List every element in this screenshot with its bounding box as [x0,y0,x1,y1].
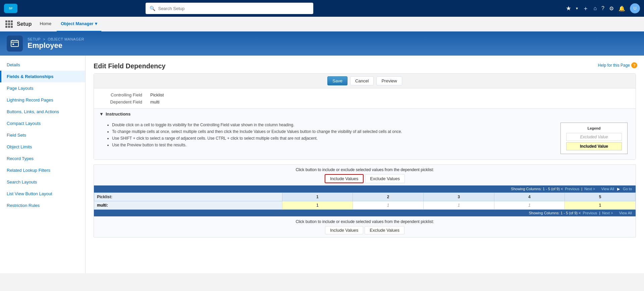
search-icon: 🔍 [150,6,155,11]
instructions-section: ▼ Instructions Double click on a cell to… [94,108,636,159]
instructions-title: Instructions [106,112,130,117]
sidebar-item-details[interactable]: Details [0,59,85,71]
instruction-item-4: Use the Preview button to test the resul… [112,143,554,147]
cell-0-3[interactable]: 1 [494,201,565,210]
instructions-list: Double click on a cell to toggle its vis… [106,123,554,154]
top-include-exclude-bar: Click button to include or exclude selec… [94,165,636,186]
nav-next-link[interactable]: Next > [584,187,595,191]
table-nav-bar-top: Showing Columns: 1 - 5 (of 9) < Previous… [94,186,636,193]
header-title: Employee [28,41,84,50]
home-icon[interactable]: ⌂ [593,5,597,11]
instructions-collapse-icon: ▼ [99,112,104,117]
nav-bottom-next-link[interactable]: Next > [602,211,613,215]
salesforce-logo: SF [4,4,17,13]
legend-included-value: Included Value [566,142,622,150]
legend-title: Legend [566,126,622,130]
search-box[interactable]: 🔍 [146,3,313,14]
nav-view-all-link[interactable]: View All [601,187,614,191]
bottom-bar-description: Click button to include or exclude selec… [94,219,636,224]
exclude-values-button-top[interactable]: Exclude Values [365,174,405,183]
sidebar-item-search-layouts[interactable]: Search Layouts [0,176,85,188]
sidebar-item-list-view-button-layout[interactable]: List View Button Layout [0,188,85,200]
bottom-include-exclude-bar: Click button to include or exclude selec… [94,216,636,237]
header-band: SETUP > OBJECT MANAGER Employee [0,31,644,56]
notification-icon[interactable]: 🔔 [619,5,625,12]
top-bar-description: Click button to include or exclude selec… [94,167,636,172]
col-header-1: 1 [282,193,353,201]
nav-bottom-view-all-link[interactable]: View All [619,211,632,215]
sidebar-item-compact-layouts[interactable]: Compact Layouts [0,118,85,129]
top-include-exclude-buttons: Include Values Exclude Values [94,174,636,183]
nav-item-home[interactable]: Home [36,17,55,31]
instruction-item-3: Use SHIFT + click to select a range of a… [112,136,554,141]
form-toolbar: Save Cancel Preview [94,74,636,88]
breadcrumb: SETUP > OBJECT MANAGER [28,37,84,41]
sidebar-item-record-types[interactable]: Record Types [0,153,85,164]
apps-grid-icon[interactable] [5,20,13,28]
breadcrumb-setup[interactable]: SETUP [28,37,41,41]
table-nav-bar-bottom: Showing Columns: 1 - 5 (of 9) < Previous… [94,210,636,216]
col-header-2: 2 [353,193,424,201]
instructions-header[interactable]: ▼ Instructions [94,109,636,119]
include-values-button-top[interactable]: Include Values [325,174,364,183]
instruction-item-2: To change multiple cells at once, select… [112,129,554,134]
sidebar-item-field-sets[interactable]: Field Sets [0,129,85,141]
instruction-item-1: Double click on a cell to toggle its vis… [112,123,554,127]
sidebar-item-fields-relationships[interactable]: Fields & Relationships [0,71,85,82]
preview-button[interactable]: Preview [376,76,402,85]
breadcrumb-object-manager[interactable]: OBJECT MANAGER [48,37,84,41]
setup-title: Setup [17,21,32,27]
help-link[interactable]: Help for this Page ? [598,62,637,68]
dependent-field-label: Dependent Field [102,99,142,104]
controlling-field-label: Controlling Field [102,92,142,97]
add-icon[interactable]: ＋ [583,4,589,12]
cell-0-4[interactable]: 1 [565,201,636,210]
dependency-table: Picklist: 1 2 3 4 5 multi: 1 1 1 1 [94,193,636,210]
search-input[interactable] [158,6,309,11]
legend-box: Legend Excluded Value Included Value [560,123,628,154]
row-label-multi: multi: [94,201,282,210]
nav-showing-text: Showing Columns: 1 - 5 (of 9) < [511,187,564,191]
col-header-3: 3 [423,193,494,201]
save-button[interactable]: Save [327,76,347,85]
help-icon-badge: ? [631,62,637,68]
sidebar-item-buttons-links-actions[interactable]: Buttons, Links, and Actions [0,106,85,118]
col-header-5: 5 [565,193,636,201]
sidebar-item-related-lookup-filters[interactable]: Related Lookup Filters [0,164,85,176]
col-header-picklist: Picklist: [94,193,282,201]
main-layout: Details Fields & Relationships Page Layo… [0,56,644,273]
favorites-dropdown-icon[interactable]: ▾ [576,6,578,11]
help-icon[interactable]: ? [601,5,604,11]
controlling-field-row: Controlling Field Picklist [102,92,628,97]
nav-bottom-showing-text: Showing Columns: 1 - 5 (of 9) < [529,211,582,215]
col-header-4: 4 [494,193,565,201]
cell-0-1[interactable]: 1 [353,201,424,210]
avatar[interactable]: U [630,3,640,13]
exclude-values-button-bottom[interactable]: Exclude Values [365,226,405,234]
dependent-field-value: multi [150,99,159,104]
cell-0-2[interactable]: 1 [423,201,494,210]
table-row: multi: 1 1 1 1 1 [94,201,636,210]
cell-0-0[interactable]: 1 [282,201,353,210]
dependency-table-section: Click button to include or exclude selec… [94,164,636,237]
favorites-icon[interactable]: ★ [566,5,571,12]
sidebar-item-object-limits[interactable]: Object Limits [0,141,85,153]
svg-rect-6 [12,44,14,45]
cancel-button[interactable]: Cancel [350,76,374,85]
top-nav-icons: ★ ▾ ＋ ⌂ ? ⚙ 🔔 U [566,3,640,13]
object-icon-box [7,35,23,52]
dependent-field-row: Dependent Field multi [102,99,628,104]
second-navigation: Setup Home Object Manager ▾ [0,17,644,31]
include-values-button-bottom[interactable]: Include Values [325,226,363,234]
nav-go-to-link[interactable]: Go to [623,187,632,191]
dropdown-chevron-icon: ▾ [95,21,97,26]
bottom-include-exclude-buttons: Include Values Exclude Values [94,226,636,234]
sidebar-item-restriction-rules[interactable]: Restriction Rules [0,200,85,211]
nav-previous-link[interactable]: Previous [565,187,579,191]
settings-icon[interactable]: ⚙ [609,5,614,12]
nav-item-object-manager[interactable]: Object Manager ▾ [57,17,101,31]
sidebar-item-page-layouts[interactable]: Page Layouts [0,82,85,94]
sidebar-item-lightning-record-pages[interactable]: Lightning Record Pages [0,94,85,106]
nav-bottom-previous-link[interactable]: Previous [583,211,597,215]
legend-excluded-value: Excluded Value [566,133,622,141]
